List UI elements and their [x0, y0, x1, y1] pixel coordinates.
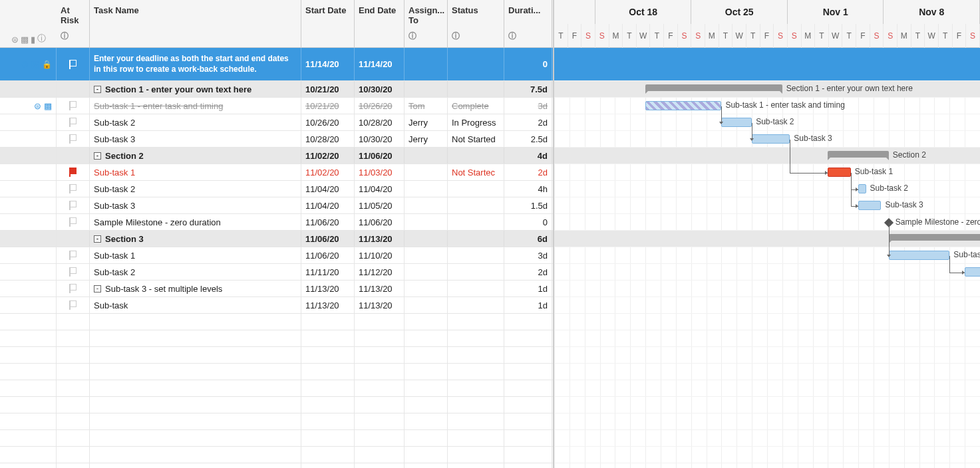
gantt-bar[interactable]	[965, 267, 980, 277]
task-name-cell[interactable]: -Section 1 - enter your own text here	[90, 81, 301, 97]
col-header-name[interactable]: Task Name	[90, 0, 301, 47]
start-cell[interactable]: 10/21/20	[301, 81, 355, 97]
col-header-risk[interactable]: At Riskⓘ	[57, 0, 90, 47]
end-cell[interactable]: 10/30/20	[355, 81, 405, 97]
duration-cell[interactable]: 2d	[504, 114, 552, 130]
end-cell[interactable]: 11/12/20	[355, 264, 405, 280]
duration-cell[interactable]: 1.5d	[504, 197, 552, 213]
grid-row-empty[interactable]	[0, 330, 553, 347]
grid-row[interactable]: -Section 211/02/2011/06/204d	[0, 148, 553, 164]
start-cell[interactable]: 11/06/20	[301, 247, 355, 263]
attachment-icon[interactable]: ⊜	[34, 101, 41, 111]
end-cell[interactable]: 10/28/20	[355, 114, 405, 130]
expander-icon[interactable]: -	[94, 285, 101, 292]
start-cell[interactable]: 11/13/20	[301, 281, 355, 296]
gantt-bar[interactable]	[721, 118, 752, 127]
grid-row[interactable]: ⊜▩🔒Enter your deadline as both the start…	[0, 48, 553, 81]
assign-cell[interactable]	[405, 231, 448, 247]
status-cell[interactable]: Not Startec	[448, 164, 504, 180]
risk-cell[interactable]	[57, 148, 90, 164]
grid-row[interactable]: Sub-task11/13/2011/13/201d	[0, 297, 553, 314]
col-header-end[interactable]: End Date	[355, 0, 405, 47]
assign-cell[interactable]	[405, 214, 448, 230]
grid-row[interactable]: ⊜▩Sub-task 1 - enter task and timing10/2…	[0, 98, 553, 114]
grid-row-empty[interactable]	[0, 314, 553, 330]
assign-cell[interactable]: Jerry	[405, 131, 448, 147]
duration-cell[interactable]: 4h	[504, 181, 552, 197]
gantt-bar[interactable]	[645, 101, 721, 110]
expander-icon[interactable]: -	[94, 235, 101, 243]
duration-cell[interactable]: 7.5d	[504, 81, 552, 97]
end-cell[interactable]: 11/13/20	[355, 281, 405, 296]
grid-row[interactable]: Sample Milestone - zero duration11/06/20…	[0, 214, 553, 231]
assign-cell[interactable]	[405, 48, 448, 80]
risk-cell[interactable]	[57, 247, 90, 263]
task-name-cell[interactable]: Sub-task 1	[90, 247, 301, 263]
assign-cell[interactable]	[405, 148, 448, 164]
duration-cell[interactable]: 6d	[504, 231, 552, 247]
grid-row[interactable]: Sub-task 311/04/2011/05/201.5d	[0, 197, 553, 214]
grid-body[interactable]: ⊜▩🔒Enter your deadline as both the start…	[0, 48, 553, 468]
task-name-cell[interactable]: Sub-task 3	[90, 131, 301, 147]
comment-icon[interactable]: ▩	[31, 59, 39, 69]
duration-cell[interactable]: 2.5d	[504, 131, 552, 147]
grid-row[interactable]: -Section 1 - enter your own text here10/…	[0, 81, 553, 98]
status-cell[interactable]	[448, 231, 504, 247]
task-name-cell[interactable]: Sub-task	[90, 297, 301, 313]
status-cell[interactable]	[448, 264, 504, 280]
duration-cell[interactable]: 1d	[504, 297, 552, 313]
task-name-cell[interactable]: Sub-task 2	[90, 181, 301, 197]
start-cell[interactable]: 11/04/20	[301, 197, 355, 213]
risk-cell[interactable]	[57, 264, 90, 280]
comment-icon[interactable]: ▩	[44, 101, 52, 111]
duration-cell[interactable]: 3d	[504, 98, 552, 114]
risk-cell[interactable]	[57, 281, 90, 296]
task-name-cell[interactable]: Sub-task 3	[90, 197, 301, 213]
expander-icon[interactable]: -	[94, 152, 101, 160]
task-name-cell[interactable]: Sub-task 1 - enter task and timing	[90, 98, 301, 114]
end-cell[interactable]: 11/06/20	[355, 148, 405, 164]
gantt-bar[interactable]	[645, 84, 782, 91]
risk-cell[interactable]	[57, 131, 90, 147]
grid-row-empty[interactable]	[0, 430, 553, 447]
grid-row[interactable]: -Section 311/06/2011/13/206d	[0, 231, 553, 247]
duration-cell[interactable]: 1d	[504, 281, 552, 296]
grid-row-empty[interactable]	[0, 413, 553, 430]
grid-row[interactable]: Sub-task 310/28/2010/30/20JerryNot Start…	[0, 131, 553, 148]
gantt-bar[interactable]	[752, 134, 790, 144]
task-name-cell[interactable]: -Sub-task 3 - set multiple levels	[90, 281, 301, 296]
col-header-start[interactable]: Start Date	[301, 0, 355, 47]
assign-cell[interactable]	[405, 247, 448, 263]
attachment-icon[interactable]: ⊜	[21, 59, 29, 69]
duration-cell[interactable]: 3d	[504, 247, 552, 263]
status-cell[interactable]	[448, 281, 504, 296]
risk-cell[interactable]	[57, 181, 90, 197]
assign-cell[interactable]	[405, 164, 448, 180]
assign-cell[interactable]	[405, 281, 448, 296]
risk-cell[interactable]	[57, 81, 90, 97]
end-cell[interactable]: 11/13/20	[355, 297, 405, 313]
assign-cell[interactable]	[405, 81, 448, 97]
expander-icon[interactable]: -	[94, 86, 101, 93]
grid-row-empty[interactable]	[0, 447, 553, 463]
status-cell[interactable]: Not Started	[448, 131, 504, 147]
start-cell[interactable]: 10/28/20	[301, 131, 355, 147]
end-cell[interactable]: 11/05/20	[355, 197, 405, 213]
grid-row[interactable]: -Sub-task 3 - set multiple levels11/13/2…	[0, 281, 553, 297]
assign-cell[interactable]	[405, 181, 448, 197]
start-cell[interactable]: 11/02/20	[301, 164, 355, 180]
task-name-cell[interactable]: -Section 3	[90, 231, 301, 247]
task-name-cell[interactable]: -Section 2	[90, 148, 301, 164]
end-cell[interactable]: 11/06/20	[355, 214, 405, 230]
duration-cell[interactable]: 2d	[504, 164, 552, 180]
risk-cell[interactable]	[57, 114, 90, 130]
gantt-bar[interactable]	[828, 151, 888, 158]
status-cell[interactable]	[448, 148, 504, 164]
grid-row[interactable]: Sub-task 210/26/2010/28/20JerryIn Progre…	[0, 114, 553, 131]
gantt-bar[interactable]	[889, 251, 949, 260]
task-name-cell[interactable]: Sample Milestone - zero duration	[90, 214, 301, 230]
duration-cell[interactable]: 0	[504, 214, 552, 230]
risk-cell[interactable]	[57, 164, 90, 180]
col-header-assign[interactable]: Assign... Toⓘ	[405, 0, 448, 47]
grid-row-empty[interactable]	[0, 463, 553, 468]
